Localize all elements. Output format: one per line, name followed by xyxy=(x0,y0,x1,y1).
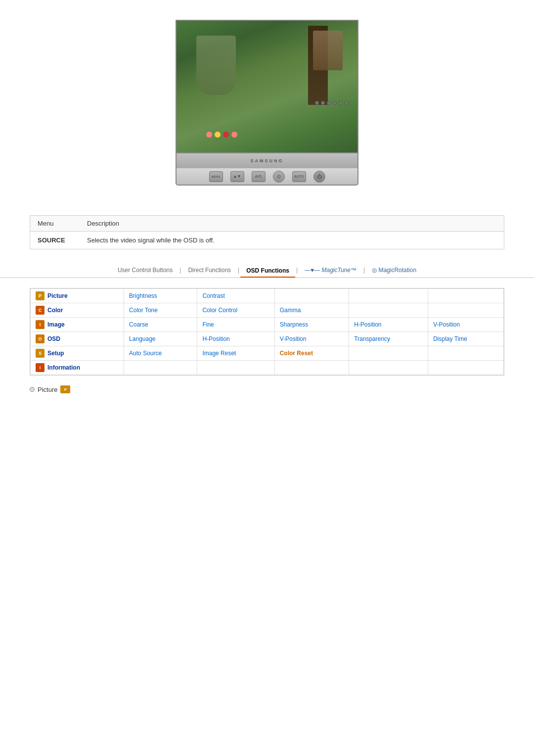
adc-button[interactable]: A/D xyxy=(252,171,266,182)
menu-description-table: Menu Description SOURCE Selects the vide… xyxy=(30,216,504,249)
color-reset-link[interactable]: Color Reset xyxy=(280,350,313,357)
gamma-cell[interactable]: Gamma xyxy=(274,303,349,318)
auto-source-link[interactable]: Auto Source xyxy=(129,350,162,357)
picture-icon-inline: P xyxy=(60,385,70,393)
coarse-link[interactable]: Coarse xyxy=(129,321,148,328)
menu-description-section: Menu Description SOURCE Selects the vide… xyxy=(30,215,504,249)
empty-c2 xyxy=(428,303,504,318)
hposition-image-link[interactable]: H-Position xyxy=(354,321,381,328)
color-reset-cell[interactable]: Color Reset xyxy=(274,346,349,361)
picture-text-label: Picture xyxy=(38,386,57,393)
select-button[interactable]: ⊙ xyxy=(273,171,285,183)
tab-magictune[interactable]: —♥— MagicTune™ xyxy=(299,264,362,276)
sep2: | xyxy=(238,267,239,274)
image-icon: I xyxy=(36,320,44,329)
empty-c1 xyxy=(349,303,428,318)
coarse-cell[interactable]: Coarse xyxy=(124,318,197,332)
brightness-cell[interactable]: Brightness xyxy=(124,289,197,303)
col-menu-header: Menu xyxy=(30,216,80,232)
auto-source-cell[interactable]: Auto Source xyxy=(124,346,197,361)
col-desc-header: Description xyxy=(80,216,504,232)
transparency-link[interactable]: Transparency xyxy=(354,335,390,342)
empty-i5 xyxy=(428,361,504,375)
contrast-cell[interactable]: Contrast xyxy=(197,289,274,303)
color-control-link[interactable]: Color Control xyxy=(202,307,237,314)
picture-menu-cell: P Picture xyxy=(31,289,124,303)
monitor-section: SAMSUNG MENU ▲▼ A/D ⊙ AUTO ⏻ xyxy=(0,0,534,200)
setup-menu-item: S Setup xyxy=(36,349,119,358)
hposition-image-cell[interactable]: H-Position xyxy=(349,318,428,332)
osd-label: OSD xyxy=(47,335,60,342)
fine-cell[interactable]: Fine xyxy=(197,318,274,332)
auto-button[interactable]: AUTO xyxy=(292,171,306,182)
vposition-osd-link[interactable]: V-Position xyxy=(280,335,307,342)
vposition-image-cell[interactable]: V-Position xyxy=(428,318,504,332)
monitor-screen xyxy=(176,20,358,153)
empty-i3 xyxy=(274,361,349,375)
setup-menu-row: S Setup Auto Source Image Reset Color Re… xyxy=(31,346,504,361)
hposition-osd-link[interactable]: H-Position xyxy=(202,335,229,342)
menu-button[interactable]: MENU xyxy=(209,171,223,182)
contrast-link[interactable]: Contrast xyxy=(202,292,224,299)
samsung-logo: SAMSUNG xyxy=(250,158,283,163)
color-tone-link[interactable]: Color Tone xyxy=(129,307,158,314)
color-control-cell[interactable]: Color Control xyxy=(197,303,274,318)
flower-red xyxy=(223,132,229,138)
transparency-cell[interactable]: Transparency xyxy=(349,332,428,346)
language-cell[interactable]: Language xyxy=(124,332,197,346)
sharpness-link[interactable]: Sharpness xyxy=(280,321,308,328)
image-reset-cell[interactable]: Image Reset xyxy=(197,346,274,361)
osd-menu-cell: O OSD xyxy=(31,332,124,346)
sharpness-cell[interactable]: Sharpness xyxy=(274,318,349,332)
power-button[interactable]: ⏻ xyxy=(313,171,325,183)
brightness-link[interactable]: Brightness xyxy=(129,292,157,299)
dot3 xyxy=(327,101,331,105)
color-tone-cell[interactable]: Color Tone xyxy=(124,303,197,318)
sep1: | xyxy=(179,267,181,274)
information-menu-item: i Information xyxy=(36,363,119,372)
empty-i1 xyxy=(124,361,197,375)
vposition-image-link[interactable]: V-Position xyxy=(433,321,460,328)
picture-label: Picture xyxy=(47,292,68,299)
source-label: SOURCE xyxy=(30,232,80,249)
sep3: | xyxy=(296,267,298,274)
osd-icon: O xyxy=(36,334,44,343)
osd-grid-table: P Picture Brightness Contrast C Color xyxy=(30,288,504,375)
radio-button xyxy=(30,387,35,392)
fine-link[interactable]: Fine xyxy=(202,321,214,328)
vposition-osd-cell[interactable]: V-Position xyxy=(274,332,349,346)
tab-osd-functions[interactable]: OSD Functions xyxy=(240,265,295,278)
image-reset-link[interactable]: Image Reset xyxy=(202,350,236,357)
dot1 xyxy=(315,101,319,105)
color-menu-item: C Color xyxy=(36,306,119,315)
osd-menu-item: O OSD xyxy=(36,334,119,343)
dot5 xyxy=(339,101,343,105)
language-link[interactable]: Language xyxy=(129,335,155,342)
dot4 xyxy=(333,101,337,105)
empty-p3 xyxy=(428,289,504,303)
setup-icon: S xyxy=(36,349,44,358)
tree-decoration xyxy=(308,26,328,105)
hposition-osd-cell[interactable]: H-Position xyxy=(197,332,274,346)
image-menu-item: I Image xyxy=(36,320,119,329)
osd-menu-row: O OSD Language H-Position V-Position Tra… xyxy=(31,332,504,346)
tab-user-control[interactable]: User Control Buttons xyxy=(112,264,178,276)
gamma-link[interactable]: Gamma xyxy=(280,307,301,314)
setup-label: Setup xyxy=(47,350,64,357)
display-time-cell[interactable]: Display Time xyxy=(428,332,504,346)
tab-magicrotation[interactable]: ◎ MagicRotation xyxy=(366,264,422,276)
sep4: | xyxy=(363,267,365,274)
image-label: Image xyxy=(47,321,65,328)
setup-menu-cell: S Setup xyxy=(31,346,124,361)
empty-i4 xyxy=(349,361,428,375)
updown-button[interactable]: ▲▼ xyxy=(230,171,244,182)
flower-pink2 xyxy=(231,132,237,138)
picture-menu-row: P Picture Brightness Contrast xyxy=(31,289,504,303)
tab-direct-functions[interactable]: Direct Functions xyxy=(182,264,237,276)
information-label: Information xyxy=(47,364,80,371)
osd-menu-section: P Picture Brightness Contrast C Color xyxy=(30,288,504,376)
display-time-link[interactable]: Display Time xyxy=(433,335,467,342)
monitor-bezel: SAMSUNG xyxy=(176,153,358,168)
nav-tabs-section: User Control Buttons | Direct Functions … xyxy=(0,264,534,278)
flower-pink xyxy=(206,132,212,138)
